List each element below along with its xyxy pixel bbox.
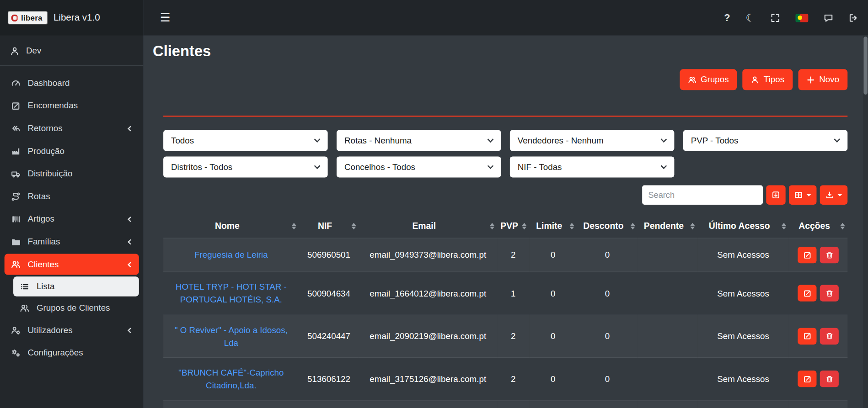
column-header-nome[interactable]: Nome [163, 215, 299, 238]
email-cell: email_0949373@libera.com.pt [359, 238, 497, 272]
table-toolbar [163, 185, 847, 205]
libera-logo: libera [8, 11, 48, 24]
tipos-button[interactable]: Tipos [743, 69, 793, 90]
truck-icon [11, 169, 21, 179]
delete-button[interactable] [820, 285, 839, 302]
clients-table: Nome NIF Email PVP Limite Desconto Pende… [163, 215, 847, 408]
table-row: " O Reviver" - Apoio a Idosos, Lda 50424… [163, 315, 847, 358]
table-row: Freguesia de Leiria 506960501 email_0949… [163, 238, 847, 272]
filter-distritos-select[interactable]: Distritos - Todos [163, 157, 328, 178]
sidebar-item-lista[interactable]: Lista [13, 276, 139, 297]
export-button[interactable] [820, 185, 848, 205]
row-actions [798, 247, 839, 263]
delete-button[interactable] [820, 328, 839, 344]
client-name-link[interactable]: HOTEL TRYP - HOTI STAR - PORTUGAL HOTÉIS… [176, 282, 287, 304]
user-row[interactable]: Dev [0, 35, 144, 66]
route-icon [11, 191, 21, 201]
delete-button[interactable] [820, 371, 839, 387]
trash-icon [825, 289, 833, 297]
flag-graphic [795, 14, 808, 22]
column-label: PVP [500, 221, 518, 231]
caret-down-icon [807, 194, 811, 196]
client-name-link[interactable]: "BRUNCH CAFÉ"-Capricho Citadino,Lda. [178, 368, 284, 390]
app-window: libera Libera v1.0 Dev Dashboard Encomen… [0, 0, 868, 408]
chevron-left-icon [128, 239, 133, 244]
portugal-flag-icon[interactable] [795, 14, 808, 22]
table-row: HOTEL TRYP - HOTI STAR - PORTUGAL HOTÉIS… [163, 272, 847, 315]
pendente-cell [638, 238, 697, 272]
logout-icon[interactable] [849, 13, 858, 22]
column-header-pvp[interactable]: PVP [497, 215, 529, 238]
client-name-link[interactable]: Freguesia de Leiria [194, 250, 268, 260]
edit-button[interactable] [798, 371, 816, 387]
ultimo-acesso-cell: Sem Acessos [697, 272, 789, 315]
sidebar-item-dashboard[interactable]: Dashboard [5, 73, 139, 94]
fullscreen-icon[interactable] [771, 13, 780, 22]
chevron-down-icon [314, 136, 321, 143]
email-cell: email_1664012@libera.com.pt [359, 272, 497, 315]
sidebar-item-artigos[interactable]: Artigos [5, 208, 139, 229]
sidebar-item-configuracoes[interactable]: Configurações [5, 342, 139, 363]
chevron-left-icon [128, 126, 133, 131]
filter-vendedores-select[interactable]: Vendedores - Nenhum [510, 130, 675, 151]
column-header-nif[interactable]: NIF [299, 215, 359, 238]
sidebar-item-grupos-de-clientes[interactable]: Grupos de Clientes [13, 298, 139, 318]
ultimo-acesso-cell: Sem Acessos [697, 400, 789, 408]
brand[interactable]: libera Libera v1.0 [0, 0, 144, 35]
plus-icon [806, 75, 814, 84]
search-input[interactable] [642, 185, 763, 205]
barcode-icon [11, 214, 21, 224]
vertical-scrollbar[interactable] [863, 35, 868, 408]
novo-button[interactable]: Novo [798, 69, 847, 90]
column-header-accoes[interactable]: Acções [789, 215, 847, 238]
column-header-ultimo-acesso[interactable]: Último Acesso [697, 215, 789, 238]
sidebar-item-label: Artigos [28, 214, 54, 224]
filter-pvp-select[interactable]: PVP - Todos [683, 130, 848, 151]
sidebar-item-encomendas[interactable]: Encomendas [5, 95, 139, 116]
columns-button[interactable] [789, 185, 817, 205]
sidebar-item-producao[interactable]: Produção [5, 140, 139, 161]
hamburger-menu-icon[interactable]: ☰ [160, 11, 171, 24]
trash-icon [825, 332, 833, 340]
sidebar-item-utilizadores[interactable]: Utilizadores [5, 320, 139, 341]
edit-button[interactable] [798, 285, 816, 302]
column-header-pendente[interactable]: Pendente [638, 215, 697, 238]
column-label: NIF [318, 221, 332, 231]
filter-rotas-select[interactable]: Rotas - Nenhuma [337, 130, 501, 151]
chat-icon[interactable] [824, 13, 833, 22]
collapse-filters-button[interactable] [766, 185, 785, 205]
column-header-email[interactable]: Email [359, 215, 497, 238]
filter-todos-select[interactable]: Todos [163, 130, 328, 151]
filter-nif-select[interactable]: NIF - Todas [510, 157, 675, 178]
grupos-button[interactable]: Grupos [680, 69, 737, 90]
logo-text: libera [21, 13, 43, 22]
chevron-down-icon [661, 136, 667, 143]
edit-button[interactable] [798, 247, 816, 263]
row-actions [798, 328, 839, 344]
reply-icon [11, 124, 21, 133]
sidebar-item-distribuicao[interactable]: Distribuição [5, 163, 139, 184]
scrollbar-thumb[interactable] [863, 37, 867, 95]
dark-mode-icon[interactable]: ☾ [745, 11, 755, 24]
column-header-limite[interactable]: Limite [529, 215, 577, 238]
sort-icon [490, 223, 494, 230]
sidebar-item-retornos[interactable]: Retornos [5, 118, 139, 139]
help-icon[interactable]: ? [724, 12, 730, 23]
select-value: Vendedores - Nenhum [518, 136, 604, 146]
sidebar-item-familias[interactable]: Famílias [5, 231, 139, 252]
pencil-square-icon [803, 289, 811, 297]
client-name-link[interactable]: " O Reviver" - Apoio a Idosos, Lda [175, 325, 288, 347]
sidebar-item-rotas[interactable]: Rotas [5, 186, 139, 207]
filter-concelhos-select[interactable]: Concelhos - Todos [337, 157, 501, 178]
delete-button[interactable] [820, 247, 839, 263]
pendente-cell [638, 400, 697, 408]
pendente-cell [638, 272, 697, 315]
users-icon [20, 303, 30, 313]
column-header-desconto[interactable]: Desconto [577, 215, 638, 238]
sidebar-item-clientes[interactable]: Clientes [5, 254, 139, 275]
chevron-down-icon [834, 136, 840, 143]
nif-cell: 513606122 [299, 358, 359, 401]
chevron-down-icon [488, 163, 494, 169]
edit-button[interactable] [798, 328, 816, 344]
sort-icon [841, 223, 845, 230]
